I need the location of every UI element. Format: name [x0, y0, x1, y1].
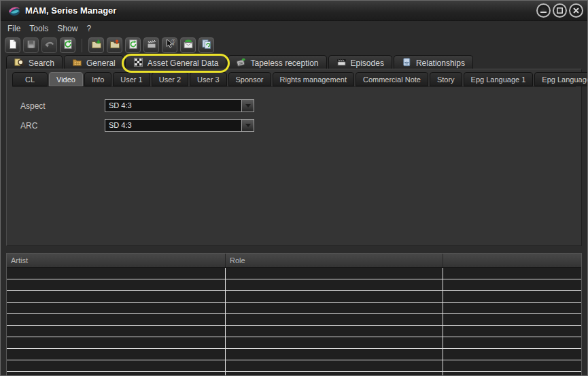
table-cell: [7, 326, 226, 337]
tab-label: User 2: [159, 75, 181, 84]
table-cell: [443, 268, 581, 279]
table-row[interactable]: [7, 314, 581, 326]
tab-commercial-note[interactable]: Commercial Note: [356, 72, 428, 86]
sync-page-icon: [128, 39, 139, 52]
maximize-icon: [557, 7, 563, 14]
tab-story[interactable]: Story: [430, 72, 462, 86]
table-row[interactable]: [7, 291, 581, 303]
new-document-button[interactable]: [5, 37, 20, 53]
copy-pages-icon: [201, 39, 212, 52]
arc-value: SD 4:3: [105, 120, 241, 131]
table-cell: [226, 349, 443, 360]
table-row[interactable]: [7, 349, 581, 360]
menu-file[interactable]: File: [7, 22, 27, 35]
arc-select[interactable]: SD 4:3: [105, 119, 254, 132]
tab-label: Rights management: [280, 75, 347, 84]
table-cell: [7, 268, 226, 279]
table-cell: [443, 314, 581, 325]
table-cell: [7, 291, 226, 302]
table-body: [7, 268, 581, 375]
tab-label: CL: [25, 75, 35, 84]
refresh-button[interactable]: [60, 37, 75, 53]
menu-help[interactable]: ?: [86, 22, 97, 35]
open-import-button[interactable]: [88, 37, 104, 53]
minimize-button[interactable]: [536, 3, 551, 18]
tab-label: Info: [92, 75, 104, 84]
search-icon: [14, 57, 24, 69]
chevron-down-icon: [245, 124, 251, 127]
toolbar: ?: [1, 36, 587, 54]
tab-label: Sponsor: [236, 75, 264, 84]
tab-cl[interactable]: CL: [12, 72, 48, 86]
aspect-label: Aspect: [20, 101, 46, 111]
tab-label: Tapeless reception: [250, 58, 318, 68]
table-row[interactable]: [7, 303, 581, 314]
film-button[interactable]: [143, 37, 159, 53]
table-row[interactable]: [7, 326, 581, 337]
tab-user-3[interactable]: User 3: [190, 72, 226, 86]
table-row[interactable]: [7, 360, 581, 372]
maximize-button[interactable]: [553, 3, 567, 18]
new-document-icon: [7, 39, 18, 52]
column-header-artist[interactable]: Artist: [7, 254, 226, 267]
minimize-icon: [540, 7, 547, 14]
close-button[interactable]: [569, 3, 583, 18]
refresh-icon: [63, 39, 73, 52]
table-row[interactable]: [7, 268, 581, 279]
copy-pages-button[interactable]: [198, 37, 214, 53]
table-cell: [443, 337, 581, 348]
tab-epg-language-2[interactable]: Epg Language 2: [534, 72, 588, 86]
column-header-role[interactable]: Role: [226, 254, 443, 267]
save-icon: [26, 39, 37, 52]
app-logo-icon: [7, 4, 21, 18]
tab-info[interactable]: Info: [84, 72, 111, 86]
save-button[interactable]: [23, 37, 39, 53]
tab-rights-management[interactable]: Rights management: [273, 72, 354, 86]
content-panel: CL Video Info User 1 User 2 User 3 Spons…: [6, 69, 582, 246]
sync-page-button[interactable]: [125, 37, 141, 53]
tab-video[interactable]: Video: [49, 72, 83, 86]
tab-label: Epg Language 1: [471, 75, 526, 84]
tab-epg-language-1[interactable]: Epg Language 1: [464, 72, 534, 86]
film-icon: [146, 39, 157, 52]
column-header-blank[interactable]: [443, 254, 581, 267]
table-row[interactable]: [7, 372, 581, 375]
table-cell: [443, 326, 581, 337]
table-cell: [7, 314, 226, 325]
title-bar: MAM, Series Manager: [1, 1, 587, 21]
aspect-value: SD 4:3: [105, 100, 241, 112]
table-cell: [443, 372, 581, 375]
tab-user-1[interactable]: User 1: [113, 72, 150, 86]
tab-label: Video: [56, 75, 75, 84]
table-row[interactable]: [7, 279, 581, 291]
table-cell: [226, 314, 443, 325]
tab-user-2[interactable]: User 2: [152, 72, 188, 86]
menu-show[interactable]: Show: [57, 22, 84, 35]
window-controls: [536, 3, 583, 18]
tab-label: Episodes: [351, 58, 384, 68]
table-cell: [7, 372, 226, 375]
folder-icon: [72, 57, 82, 69]
table-cell: [226, 279, 443, 290]
device-icon: [236, 57, 246, 69]
table-cell: [226, 303, 443, 313]
help-cursor-button[interactable]: ?: [162, 37, 177, 53]
tab-label: User 3: [197, 75, 219, 84]
tab-sponsor[interactable]: Sponsor: [228, 72, 271, 86]
tab-label: Relationships: [416, 58, 465, 68]
tab-label: Asset General Data: [148, 58, 219, 68]
aspect-dropdown-button[interactable]: [241, 100, 254, 112]
table-cell: [7, 303, 226, 313]
table-cell: [226, 337, 443, 348]
undo-button[interactable]: [41, 37, 57, 53]
table-row[interactable]: [7, 337, 581, 349]
envelope-leaf-button[interactable]: [180, 37, 196, 53]
open-import-icon: [91, 39, 102, 52]
open-export-button[interactable]: [107, 37, 122, 53]
menu-tools[interactable]: Tools: [29, 22, 54, 35]
tab-label: General: [86, 58, 116, 68]
arc-label: ARC: [20, 121, 37, 131]
aspect-select[interactable]: SD 4:3: [105, 99, 254, 112]
arc-dropdown-button[interactable]: [241, 120, 254, 131]
toolbar-separator: [82, 39, 82, 52]
